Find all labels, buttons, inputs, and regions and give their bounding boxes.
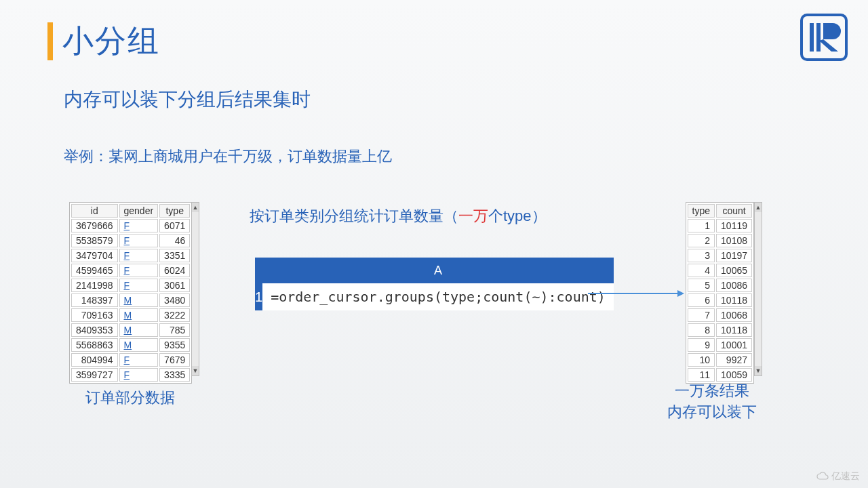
orders-caption: 订单部分数据 bbox=[69, 388, 191, 408]
slide-subtitle: 内存可以装下分组后结果集时 bbox=[64, 87, 311, 113]
col-gender: gender bbox=[119, 204, 159, 218]
group-description: 按订单类别分组统计订单数量（一万个type） bbox=[250, 206, 547, 226]
table-row: 910001 bbox=[688, 338, 752, 352]
slide-title-wrap: 小分组 bbox=[47, 20, 160, 62]
table-row: 410065 bbox=[688, 264, 752, 277]
table-row: 710068 bbox=[688, 308, 752, 322]
table-row: 709163M3222 bbox=[71, 308, 190, 322]
code-grid: A 1=order_cursor.groups(type;count(~):co… bbox=[255, 258, 614, 310]
code-corner bbox=[255, 258, 262, 283]
result-caption: 一万条结果 内存可以装下 bbox=[644, 381, 780, 423]
table-row: 810118 bbox=[688, 323, 752, 337]
title-accent-bar bbox=[47, 22, 53, 60]
watermark: 亿速云 bbox=[816, 470, 860, 483]
chevron-up-icon[interactable]: ▲ bbox=[755, 203, 762, 212]
chevron-up-icon[interactable]: ▲ bbox=[192, 203, 199, 212]
orders-table: id gender type 3679666F6071 5538579F46 3… bbox=[69, 202, 192, 384]
table-row: 5538579F46 bbox=[71, 234, 190, 247]
scrollbar[interactable]: ▲ ▼ bbox=[191, 202, 199, 376]
table-row: 110119 bbox=[688, 219, 752, 232]
table-row: 8409353M785 bbox=[71, 323, 190, 337]
svg-rect-1 bbox=[810, 23, 814, 52]
chevron-down-icon[interactable]: ▼ bbox=[755, 366, 762, 375]
brand-logo bbox=[800, 14, 848, 61]
result-table: typecount 110119 210108 310197 410065 51… bbox=[686, 202, 754, 384]
table-row: 3479704F3351 bbox=[71, 249, 190, 262]
table-row: 510086 bbox=[688, 279, 752, 292]
chevron-down-icon[interactable]: ▼ bbox=[192, 366, 199, 375]
table-row: 3679666F6071 bbox=[71, 219, 190, 232]
col-type: type bbox=[688, 204, 715, 218]
table-row: 804994F7679 bbox=[71, 353, 190, 367]
arrow-icon bbox=[588, 293, 683, 294]
col-id: id bbox=[71, 204, 118, 218]
table-row: 148397M3480 bbox=[71, 293, 190, 307]
table-row: 3599727F3335 bbox=[71, 368, 190, 382]
table-row: 610118 bbox=[688, 293, 752, 307]
example-text: 举例：某网上商城用户在千万级，订单数据量上亿 bbox=[64, 146, 392, 167]
code-col-a: A bbox=[262, 258, 614, 283]
svg-rect-2 bbox=[816, 23, 821, 52]
cloud-icon bbox=[816, 472, 829, 481]
scrollbar[interactable]: ▲ ▼ bbox=[754, 202, 762, 376]
table-row: 4599465F6024 bbox=[71, 264, 190, 277]
table-row: 310197 bbox=[688, 249, 752, 262]
table-row: 109927 bbox=[688, 353, 752, 367]
table-row: 210108 bbox=[688, 234, 752, 247]
table-row: 5568863M9355 bbox=[71, 338, 190, 352]
table-row: 2141998F3061 bbox=[71, 279, 190, 292]
col-type: type bbox=[159, 204, 190, 218]
code-cell: =order_cursor.groups(type;count(~):count… bbox=[262, 283, 614, 310]
code-row-num: 1 bbox=[255, 283, 262, 310]
table-row: 1110059 bbox=[688, 368, 752, 382]
slide-title: 小分组 bbox=[62, 20, 160, 62]
col-count: count bbox=[716, 204, 752, 218]
